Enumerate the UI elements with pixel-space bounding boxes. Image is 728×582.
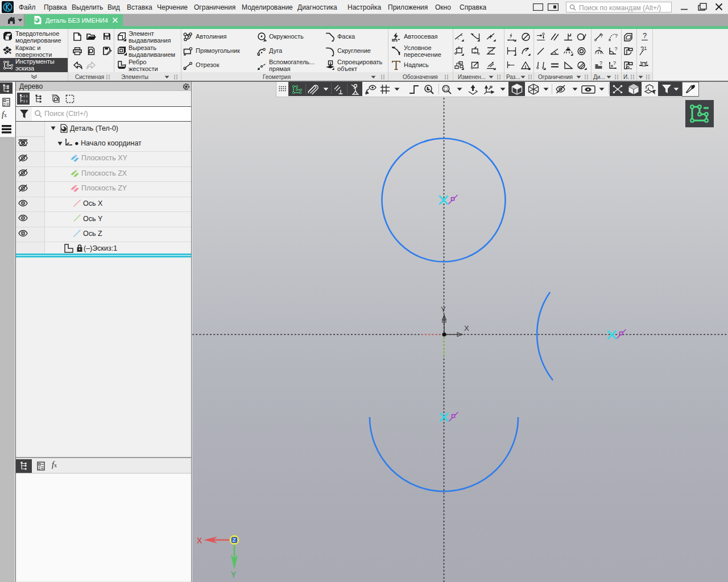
svg-text:?: ? <box>598 47 601 52</box>
svg-text:X: X <box>197 536 202 545</box>
svg-text:1 11: 1 11 <box>23 94 28 98</box>
svg-text:?: ? <box>600 33 603 39</box>
svg-text:?: ? <box>599 61 602 66</box>
svg-text:?: ? <box>613 61 616 66</box>
svg-text:?: ? <box>615 47 618 52</box>
svg-text:Y: Y <box>231 570 237 579</box>
svg-text:2 12: 2 12 <box>23 99 28 103</box>
svg-text:Y: Y <box>441 305 446 314</box>
svg-text:?: ? <box>615 33 618 39</box>
svg-text:X: X <box>464 324 469 332</box>
svg-text:?: ? <box>643 61 645 66</box>
